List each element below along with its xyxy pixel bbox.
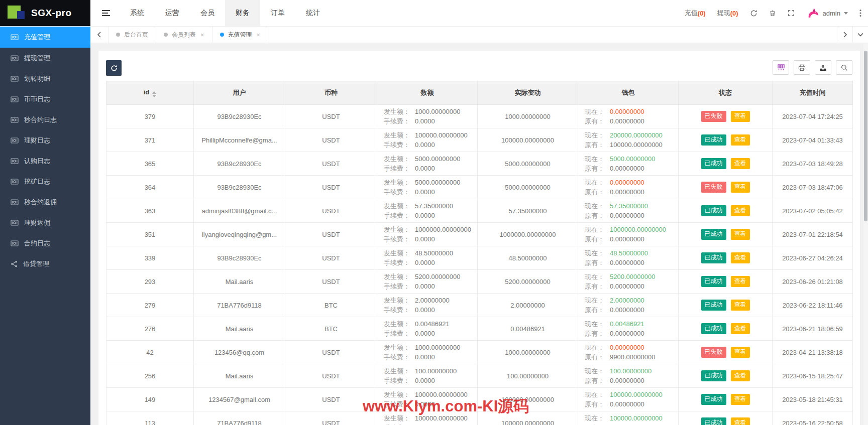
more-options-icon[interactable]	[859, 9, 861, 17]
money-icon	[11, 34, 19, 41]
tab-close-icon[interactable]: ×	[257, 31, 261, 39]
status-badge[interactable]: 已成功	[701, 300, 726, 310]
cell-amount: 发生额：57.35000000手续费：0.0000	[377, 199, 478, 223]
tab-item[interactable]: 后台首页	[108, 27, 156, 43]
sidebar-item-label: 提现管理	[24, 54, 50, 63]
sidebar-item[interactable]: 划转明细	[0, 68, 90, 89]
sidebar-item[interactable]: 秒合约返佣	[0, 192, 90, 212]
view-button[interactable]: 查看	[731, 205, 750, 216]
status-badge[interactable]: 已失败	[701, 111, 726, 121]
cell-time: 2023-07-03 18:47:06	[773, 176, 853, 199]
cell-wallet: 现在：2.00000000原有：0.00000000	[578, 294, 679, 317]
status-badge[interactable]: 已失败	[701, 182, 726, 192]
export-button[interactable]	[815, 60, 831, 75]
status-badge[interactable]: 已成功	[701, 205, 726, 216]
sidebar-item[interactable]: 理财日志	[0, 130, 90, 151]
fullscreen-icon[interactable]	[788, 10, 795, 17]
cell-id: 293	[106, 270, 194, 294]
menu-toggle-icon[interactable]	[92, 0, 120, 26]
top-nav-item[interactable]: 订单	[260, 0, 295, 26]
sidebar-item[interactable]: 挖矿日志	[0, 171, 90, 192]
view-button[interactable]: 查看	[731, 370, 750, 381]
status-badge[interactable]: 已成功	[701, 134, 726, 145]
trash-icon[interactable]	[769, 10, 776, 17]
view-button[interactable]: 查看	[731, 182, 750, 192]
sidebar-item[interactable]: 认购日志	[0, 151, 90, 171]
sidebar-item[interactable]: 理财返佣	[0, 212, 90, 233]
view-button[interactable]: 查看	[731, 134, 750, 145]
cell-change: 100000.00000000	[478, 128, 578, 152]
sort-icon[interactable]	[152, 91, 156, 97]
sidebar-item[interactable]: 充值管理	[0, 27, 90, 48]
tab-close-icon[interactable]: ×	[200, 31, 204, 39]
view-button[interactable]: 查看	[731, 300, 750, 310]
sidebar-item[interactable]: 提现管理	[0, 48, 90, 68]
status-badge[interactable]: 已成功	[701, 370, 726, 381]
status-badge[interactable]: 已成功	[701, 276, 726, 287]
view-button[interactable]: 查看	[731, 111, 750, 121]
status-badge[interactable]: 已成功	[701, 323, 726, 334]
sidebar-item[interactable]: 币币日志	[0, 89, 90, 109]
cell-change: 57.35000000	[478, 199, 578, 223]
sidebar-item-label: 挖矿日志	[24, 177, 50, 186]
view-button[interactable]: 查看	[731, 252, 750, 263]
columns-filter-button[interactable]	[773, 60, 789, 75]
status-badge[interactable]: 已成功	[701, 417, 726, 425]
tabs-menu-button[interactable]	[852, 27, 868, 43]
top-nav-item[interactable]: 系统	[120, 0, 155, 26]
cell-coin: USDT	[285, 176, 377, 199]
cell-user: 1234567@gmail.com	[194, 388, 285, 411]
view-button[interactable]: 查看	[731, 276, 750, 287]
tab-item[interactable]: 会员列表×	[156, 27, 212, 43]
page-scrollbar[interactable]	[863, 44, 868, 425]
sidebar-item[interactable]: 秒合约日志	[0, 109, 90, 130]
tab-status-dot	[164, 33, 168, 37]
cell-amount: 发生额：5000.00000000手续费：0.0000	[377, 152, 478, 176]
status-badge[interactable]: 已成功	[701, 252, 726, 263]
sidebar-item[interactable]: 借贷管理	[0, 253, 90, 274]
sidebar-item[interactable]: 合约日志	[0, 233, 90, 253]
cell-wallet: 现在：5000.00000000原有：0.00000000	[578, 152, 679, 176]
table-refresh-button[interactable]	[106, 60, 122, 76]
top-nav-item[interactable]: 运营	[155, 0, 190, 26]
column-header: 实际变动	[478, 81, 578, 105]
status-badge[interactable]: 已成功	[701, 158, 726, 169]
cell-coin: USDT	[285, 246, 377, 270]
sidebar-item-label: 币币日志	[24, 95, 50, 104]
view-button[interactable]: 查看	[731, 417, 750, 425]
cell-coin: USDT	[285, 223, 377, 246]
table-row: 256Mail.aarisUSDT发生额：100.00000000手续费：0.0…	[106, 364, 853, 388]
view-button[interactable]: 查看	[731, 323, 750, 334]
admin-app: SGX-pro 系统运营会员财务订单统计 充值(0) 提现(0)	[0, 0, 868, 425]
top-nav-item[interactable]: 会员	[190, 0, 225, 26]
cell-user: Mail.aaris	[194, 270, 285, 294]
cell-status: 已成功查看	[679, 128, 773, 152]
recharge-counter-link[interactable]: 充值(0)	[685, 9, 706, 18]
view-button[interactable]: 查看	[731, 347, 750, 357]
cell-id: 365	[106, 152, 194, 176]
top-nav-item[interactable]: 财务	[225, 0, 260, 26]
tabs-scroll-right-button[interactable]	[837, 27, 852, 43]
cell-id: 364	[106, 176, 194, 199]
status-badge[interactable]: 已成功	[701, 229, 726, 239]
cell-time: 2023-06-27 04:26:24	[773, 246, 853, 270]
status-badge[interactable]: 已失败	[701, 347, 726, 357]
refresh-icon[interactable]	[750, 10, 757, 17]
top-nav-item[interactable]: 统计	[295, 0, 331, 26]
cell-status: 已成功查看	[679, 246, 773, 270]
tabs-scroll-left-button[interactable]	[90, 27, 108, 43]
print-button[interactable]	[794, 60, 810, 75]
view-button[interactable]: 查看	[731, 158, 750, 169]
user-menu[interactable]: admin	[806, 7, 848, 20]
sidebar-item-label: 充值管理	[24, 33, 50, 42]
search-button[interactable]	[836, 60, 852, 75]
view-button[interactable]: 查看	[731, 229, 750, 239]
scrollbar-thumb[interactable]	[864, 51, 867, 221]
sidebar-item-label: 秒合约日志	[24, 115, 57, 124]
view-button[interactable]: 查看	[731, 394, 750, 404]
withdraw-counter-link[interactable]: 提现(0)	[717, 9, 738, 18]
cell-wallet: 现在：48.50000000原有：0.00000000	[578, 246, 679, 270]
tab-item[interactable]: 充值管理×	[212, 27, 269, 43]
table-row: 36493B9c28930EcUSDT发生额：5000.00000000手续费：…	[106, 176, 853, 199]
status-badge[interactable]: 已成功	[701, 394, 726, 404]
